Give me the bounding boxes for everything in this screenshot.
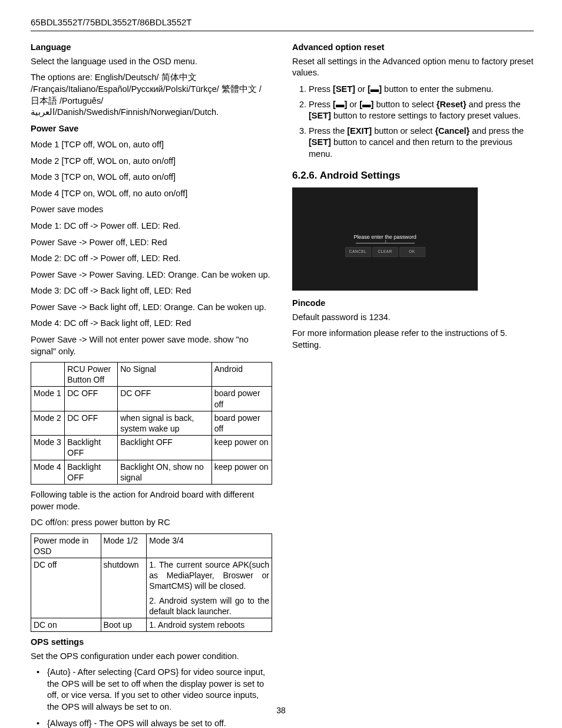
ps-line: Mode 2 [TCP off, WOL on, auto on/off]: [31, 156, 272, 167]
cell: Backlight ON, show no signal: [118, 460, 212, 484]
cell: Mode 2: [31, 411, 65, 435]
cell-part: 2. Android system will go to the default…: [149, 595, 269, 617]
text: Press the: [309, 126, 347, 136]
table-row: DC on Boot up 1. Android system reboots: [31, 618, 272, 631]
table-row: Mode 2 DC OFF when signal is back, syste…: [31, 411, 272, 435]
language-desc-2: The options are: English/Deutsch/ 简体中文 /…: [31, 72, 272, 118]
btn-ref: [▬]: [333, 100, 347, 109]
cell: Power mode in OSD: [31, 533, 101, 558]
cell: DC OFF: [65, 387, 118, 411]
pincode-desc-1: Default password is 1234.: [292, 312, 534, 324]
ps-line: Power Save -> Power off, LED: Red: [31, 237, 272, 249]
ps-line: Mode 2: DC off -> Power off, LED: Red.: [31, 253, 272, 265]
text: button to enter the submenu.: [382, 84, 493, 94]
text: and press the: [467, 100, 521, 109]
cancel-button[interactable]: CANCEL: [345, 247, 371, 257]
cell: Mode 1/2: [101, 533, 147, 558]
btn-ref: [EXIT]: [347, 126, 372, 136]
cell: Mode 4: [31, 460, 65, 484]
cell: board power off: [211, 411, 272, 435]
adv-reset-desc: Reset all settings in the Advanced optio…: [292, 56, 534, 79]
btn-ref: {Reset}: [437, 100, 467, 109]
clear-button[interactable]: CLEAR: [372, 247, 398, 257]
ps-line: Mode 1 [TCP off, WOL on, auto off]: [31, 139, 272, 151]
text: Press: [309, 100, 333, 109]
android-settings-heading: 6.2.6. Android Settings: [292, 169, 534, 183]
ok-button[interactable]: OK: [399, 247, 425, 257]
ps-line: Mode 4: DC off -> Back light off, LED: R…: [31, 318, 272, 330]
ops-list: {Auto} - After selecting {Card OPS} for …: [31, 667, 272, 728]
android-password-screenshot: Please enter the password CANCEL CLEAR O…: [292, 187, 478, 291]
ops-desc: Set the OPS configuration under each pow…: [31, 651, 272, 663]
table-row: RCU Power Button Off No Signal Android: [31, 363, 272, 387]
ops-heading: OPS settings: [31, 637, 272, 648]
text: button to restore settings to factory pr…: [331, 111, 521, 120]
cell: when signal is back, system wake up: [118, 411, 212, 435]
doc-header: 65BDL3552T/75BDL3552T/86BDL3552T: [31, 17, 534, 28]
password-input[interactable]: [356, 243, 415, 243]
header-rule: [31, 31, 534, 31]
right-column: Advanced option reset Reset all settings…: [292, 37, 534, 728]
btn-ref: [SET]: [333, 84, 355, 94]
ps-line: Mode 4 [TCP on, WOL off, no auto on/off]: [31, 188, 272, 200]
text: Press: [309, 84, 333, 94]
powersave-lines: Mode 1 [TCP off, WOL on, auto off] Mode …: [31, 139, 272, 357]
cell: Mode 3: [31, 436, 65, 460]
list-item: {Always off} - The OPS will always be se…: [31, 718, 272, 729]
cell: No Signal: [118, 363, 212, 387]
cell: DC off: [31, 558, 101, 618]
cell: DC on: [31, 618, 101, 631]
cell: board power off: [211, 387, 272, 411]
android-board-note-1: Following table is the action for Androi…: [31, 489, 272, 512]
btn-ref: [▬]: [368, 84, 382, 94]
page-number: 38: [0, 705, 562, 716]
btn-ref: [▬]: [359, 100, 373, 109]
language-heading: Language: [31, 42, 272, 54]
cell: Backlight OFF: [65, 436, 118, 460]
cell: RCU Power Button Off: [65, 363, 118, 387]
ps-line: Mode 3: DC off -> Back light off, LED: R…: [31, 285, 272, 297]
ps-line: Mode 1: DC off -> Power off. LED: Red.: [31, 220, 272, 232]
cell: Mode 3/4: [147, 533, 272, 558]
cell: DC OFF: [118, 387, 212, 411]
text: or: [355, 84, 368, 94]
power-mode-table-2: Power mode in OSD Mode 1/2 Mode 3/4 DC o…: [31, 533, 272, 633]
text: button to select: [373, 100, 436, 109]
list-item: Press [▬] or [▬] button to select {Reset…: [309, 99, 534, 122]
cell: keep power on: [211, 460, 272, 484]
language-desc-1: Select the language used in the OSD menu…: [31, 56, 272, 68]
adv-reset-heading: Advanced option reset: [292, 42, 534, 54]
cell: Backlight OFF: [118, 436, 212, 460]
ps-line: Power Save -> Power Saving. LED: Orange.…: [31, 269, 272, 281]
cell: 1. Android system reboots: [147, 618, 272, 631]
left-column: Language Select the language used in the…: [31, 37, 272, 728]
text: button to cancel and then return to the …: [309, 137, 513, 159]
table-row: DC off shutdown 1. The current source AP…: [31, 558, 272, 618]
table-row: Mode 3 Backlight OFF Backlight OFF keep …: [31, 436, 272, 460]
text: button or select: [372, 126, 435, 136]
btn-ref: [SET]: [309, 111, 331, 120]
btn-ref: {Cancel}: [435, 126, 470, 136]
adv-reset-steps: Press [SET] or [▬] button to enter the s…: [292, 84, 534, 160]
list-item: Press [SET] or [▬] button to enter the s…: [309, 84, 534, 95]
ps-line: Mode 3 [TCP on, WOL off, auto on/off]: [31, 172, 272, 183]
cell: Android: [211, 363, 272, 387]
ps-line: Power save modes: [31, 204, 272, 216]
cell: Backlight OFF: [65, 460, 118, 484]
cell: 1. The current source APK(such as MediaP…: [147, 558, 272, 618]
cell: DC OFF: [65, 411, 118, 435]
cell-part: 1. The current source APK(such as MediaP…: [149, 559, 269, 592]
btn-ref: [SET]: [309, 137, 331, 147]
pincode-heading: Pincode: [292, 298, 534, 309]
text: and press the: [470, 126, 524, 136]
table-row: Mode 1 DC OFF DC OFF board power off: [31, 387, 272, 411]
cell: Boot up: [101, 618, 147, 631]
pincode-desc-2: For more information please refer to the…: [292, 328, 534, 351]
text: or: [347, 100, 359, 109]
cell: keep power on: [211, 436, 272, 460]
table-row: Mode 4 Backlight OFF Backlight ON, show …: [31, 460, 272, 484]
cell: Mode 1: [31, 387, 65, 411]
ps-line: Power Save -> Will not enter power save …: [31, 334, 272, 357]
powersave-heading: Power Save: [31, 123, 272, 135]
list-item: Press the [EXIT] button or select {Cance…: [309, 126, 534, 160]
